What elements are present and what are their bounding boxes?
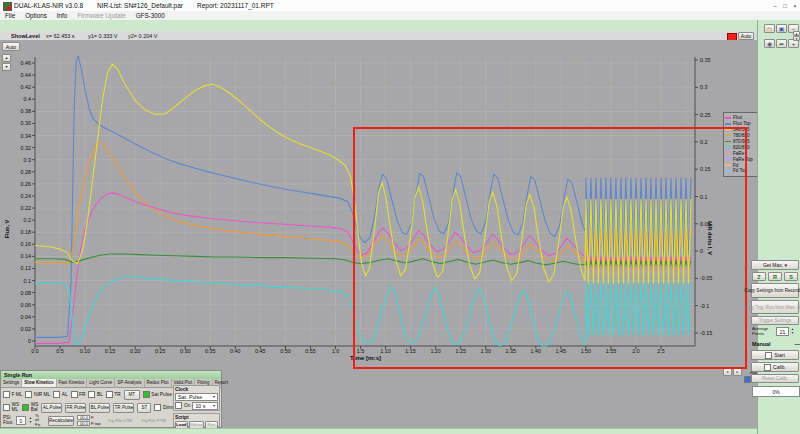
x-tick-label: 0:25 [151,348,169,354]
right-axis-auto-button[interactable]: Auto [738,32,754,40]
f-top-value-field-box[interactable]: 00.0 [77,421,90,426]
eye-icon[interactable]: ◉ [764,39,775,48]
progress-display: 0% [752,386,800,397]
y-left-tick-label: 0.38 [13,108,31,114]
legend-color-mark [725,164,731,166]
button-bl-pulse[interactable]: BL Pulse [89,403,110,413]
button-mt[interactable]: MT [124,390,140,400]
trigger-settings-button[interactable]: Trigger Settings [751,316,799,325]
light-checkbox-row: F MLNIR MLALFRBLTRMTSat Pulse [3,389,172,400]
button-st[interactable]: ST [137,403,151,413]
folder-icon[interactable]: 🗀 [764,24,775,33]
calib-checkbox[interactable]: Calib. [751,362,799,372]
menu-item-firmware-update[interactable]: Firmware Update [72,11,130,20]
f-value-stack: 00.0F00.0F top [77,415,101,426]
menu-item-options[interactable]: Options [20,11,52,20]
checkbox-bl[interactable]: BL [88,391,102,398]
tab-light-curve[interactable]: Light Curve [87,379,115,387]
checkbox-ws-bal[interactable]: WSBal [22,403,38,412]
start-checkbox[interactable]: Start [751,350,799,360]
checkbox-fr[interactable]: FR [71,391,86,398]
y-left-tick-label: 0.04 [13,314,31,320]
menu-item-file[interactable]: File [0,11,20,20]
clock-mode-select[interactable]: Sat. Pulse▾ [175,393,218,401]
checkbox-ws-ml[interactable]: WSML [3,403,19,412]
script-quick-button-s[interactable]: S [784,272,798,281]
checkbox-f-ml[interactable]: F ML [3,391,22,398]
pulse-button-row: WSMLWSBalAL PulseFR PulseBL PulseTR Puls… [3,402,186,413]
copy-settings-button[interactable]: Copy Settings from Recording [751,283,799,298]
button-tr-pulse[interactable]: TR Pulse [113,403,134,413]
left-axis-up-button[interactable]: ▲ [2,54,11,62]
clock-interval-select[interactable]: 10 s▾ [192,402,218,410]
x-tick-label: 0:45 [251,348,269,354]
legend-label: Fluo Top [733,121,751,126]
average-points-value[interactable]: 21 [776,327,789,336]
checkbox-sat-pulse[interactable]: Sat Pulse [143,391,172,398]
x-tick-label: 0:50 [276,348,294,354]
left-axis-auto-button[interactable]: Auto [2,42,20,51]
axis-spinner-down[interactable]: ▼ [793,36,800,41]
y-left-tick-label: 0.36 [13,120,31,126]
cursor-x-value: x= 62.453 s [46,33,75,39]
tab-fast-kinetics[interactable]: Fast Kinetics [57,379,88,387]
average-points-row: Average Points21▲▼ [752,327,800,336]
psi-fluo-spinner[interactable]: ▲▼ [29,417,32,424]
reset-calib-button[interactable]: Reset Calib. [751,374,799,383]
legend-label: 780/820 [733,133,750,138]
script-title: Script [175,415,218,420]
x-tick-label: 1:50 [577,348,595,354]
x-scroll-right-button[interactable]: ▸ [733,368,742,376]
x-tick-label: 1:45 [552,348,570,354]
export-icon[interactable]: ➦ [776,39,787,48]
minimize-button[interactable]: – [770,2,780,10]
tab-redox-plot[interactable]: Redox Plot [145,379,172,387]
y-right-tick-label: 0 [700,248,720,254]
copy-trig-run-button[interactable]: Copy Trig. Run from Man. Rec. [751,300,799,314]
f-value-field-box[interactable]: 00.0 [77,415,90,420]
x-tick-label: 0:55 [301,348,319,354]
close-button[interactable]: × [790,2,800,10]
x-tick-label: 1:10 [377,348,395,354]
tab-settings[interactable]: Settings [1,379,22,387]
legend-label: FaRe [733,151,744,156]
recalculate-button[interactable]: Recalculate [48,416,74,426]
left-axis-down-button[interactable]: ▼ [2,63,11,71]
x-scroll-left-button[interactable]: ◂ [723,368,732,376]
y-left-tick-label: 0.12 [13,265,31,271]
button-al-pulse[interactable]: AL Pulse [41,403,62,413]
save-icon[interactable]: ▣ [776,24,787,33]
x-tick-label: 1:55 [602,348,620,354]
y-right-tick-label: 0.35 [700,57,720,63]
x-tick-label: 1:35 [502,348,520,354]
checkbox-al[interactable]: AL [53,391,67,398]
checkbox-tr[interactable]: TR [106,391,121,398]
clock-on-checkbox[interactable] [175,402,182,409]
y-left-tick-label: 0.44 [13,72,31,78]
menu-item-info[interactable]: Info [52,11,73,20]
checkbox-nir-ml[interactable]: NIR ML [25,391,50,398]
psi-fluo-value[interactable]: 0 [16,416,26,425]
menu-item-gfs-3000[interactable]: GFS-3000 [131,11,170,20]
legend-color-mark [725,123,731,125]
tab-slow-kinetics[interactable]: Slow Kinetics [22,379,56,387]
y-left-tick-label: 0.08 [13,290,31,296]
script-quick-button-z[interactable]: Z [752,272,766,281]
get-max-button[interactable]: Get Max. ▾ [751,260,799,270]
legend-color-mark [725,117,731,119]
show-level-label: ShowLevel [11,33,40,39]
legend-color-mark [725,158,731,160]
x-tick-label: 2:5 [652,348,670,354]
tab-sp-analysis[interactable]: SP-Analysis [115,379,144,387]
average-points-spinner[interactable]: ▲▼ [791,328,794,335]
maximize-button[interactable]: □ [780,2,790,10]
y-right-tick-label: 0.2 [700,139,720,145]
legend-color-mark [725,170,731,172]
x-tick-label: 1:25 [452,348,470,354]
script-quick-button-r[interactable]: R [768,272,782,281]
legend-label: Fluo [733,115,742,120]
y-right-tick-label: 0.3 [700,84,720,90]
button-fr-pulse[interactable]: FR Pulse [65,403,86,413]
f-top-value-field: 00.0F top [77,421,101,426]
y-left-tick-label: 0.32 [13,145,31,151]
